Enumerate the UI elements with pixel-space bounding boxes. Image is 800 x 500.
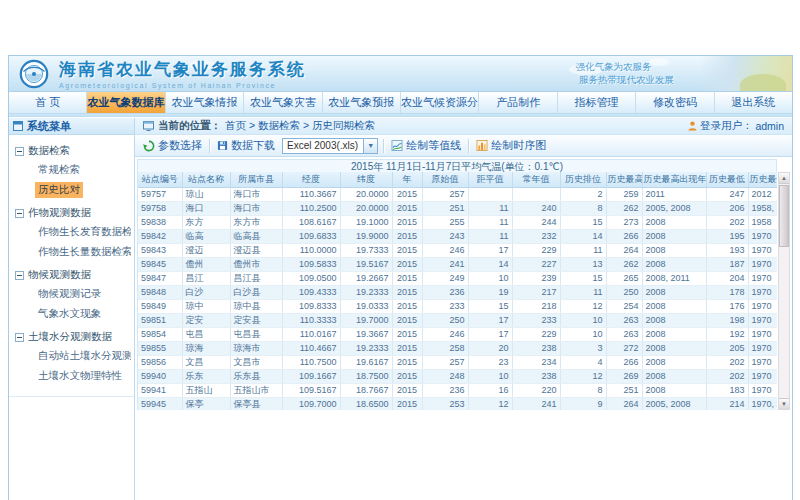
nav-tab-4[interactable]: 农业气象预报 bbox=[323, 92, 401, 113]
results-table: 站点编号站点名称所属市县经度纬度年原始值距平值常年值历史排位历史最高历史最高出现… bbox=[138, 172, 777, 410]
nav-tab-7[interactable]: 指标管理 bbox=[558, 92, 636, 113]
table-cell: 15 bbox=[468, 299, 512, 313]
collapse-icon[interactable] bbox=[15, 147, 24, 156]
chevron-down-icon[interactable]: ▼ bbox=[363, 139, 377, 153]
table-cell: 202 bbox=[706, 369, 748, 383]
table-cell: 19.2333 bbox=[340, 285, 392, 299]
table-cell: 236 bbox=[422, 383, 468, 397]
scroll-down-arrow[interactable]: ▼ bbox=[779, 398, 789, 409]
table-cell: 东方 bbox=[182, 215, 230, 229]
table-cell: 59842 bbox=[138, 229, 182, 243]
table-row: 59849琼中琼中县109.833319.0333201523315218122… bbox=[138, 299, 777, 313]
tree-item[interactable]: 作物生长发育数据检索 bbox=[35, 224, 131, 240]
table-cell: 250 bbox=[606, 285, 642, 299]
table-cell: 59848 bbox=[138, 285, 182, 299]
tree-item[interactable]: 土壤水文物理特性 bbox=[35, 368, 125, 384]
table-cell: 217 bbox=[512, 285, 560, 299]
table-cell: 琼海 bbox=[182, 341, 230, 355]
breadcrumb-label: 当前的位置： bbox=[158, 119, 221, 133]
tree-group[interactable]: 数据检索 bbox=[11, 144, 132, 158]
table-cell: 临高县 bbox=[230, 229, 282, 243]
draw-isoline-button[interactable]: 绘制等值线 bbox=[389, 138, 463, 153]
table-cell: 8 bbox=[560, 201, 606, 215]
export-format-value: Excel 2003(.xls) bbox=[287, 140, 358, 151]
table-cell: 2015 bbox=[392, 271, 422, 285]
table-cell: 2015 bbox=[392, 341, 422, 355]
table-cell: 17 bbox=[468, 313, 512, 327]
table-cell: 昌江县 bbox=[230, 271, 282, 285]
table-cell: 海口市 bbox=[230, 187, 282, 201]
tree-item[interactable]: 常规检索 bbox=[35, 162, 83, 178]
column-header: 所属市县 bbox=[230, 172, 282, 187]
nav-tab-6[interactable]: 产品制作 bbox=[479, 92, 557, 113]
nav-tab-2[interactable]: 农业气象情报 bbox=[166, 92, 244, 113]
table-cell: 2015 bbox=[392, 229, 422, 243]
table-cell: 10 bbox=[560, 327, 606, 341]
nav-tab-5[interactable]: 农业气候资源分析 bbox=[401, 92, 479, 113]
table-cell: 20 bbox=[468, 341, 512, 355]
table-cell: 2015 bbox=[392, 187, 422, 201]
table-cell: 2008, 2011 bbox=[642, 271, 706, 285]
table-cell: 109.7000 bbox=[282, 397, 340, 410]
param-select-button[interactable]: 参数选择 bbox=[141, 138, 204, 153]
tree-item[interactable]: 自动站土壤水分观测 bbox=[35, 348, 131, 364]
table-cell: 206 bbox=[706, 201, 748, 215]
table-cell: 琼中县 bbox=[230, 299, 282, 313]
nav-tab-1[interactable]: 农业气象数据库 bbox=[87, 92, 165, 113]
table-row: 59757琼山海口市110.366720.0000201525722592011… bbox=[138, 187, 777, 201]
table-cell: 202 bbox=[706, 215, 748, 229]
vertical-scrollbar[interactable]: ▲ ▼ bbox=[778, 172, 790, 410]
table-cell: 2 bbox=[560, 187, 606, 201]
tree-item[interactable]: 作物生长量数据检索 bbox=[35, 244, 131, 260]
tree-item[interactable]: 历史比对 bbox=[35, 182, 83, 198]
table-row: 59945保亭保亭县109.700018.6500201525312241926… bbox=[138, 397, 777, 410]
draw-timeseries-button[interactable]: 绘制时序图 bbox=[474, 138, 548, 153]
table-cell: 273 bbox=[606, 215, 642, 229]
table-cell: 屯昌县 bbox=[230, 327, 282, 341]
table-row: 59838东方东方市108.616719.1000201525511244152… bbox=[138, 215, 777, 229]
nav-tab-0[interactable]: 首 页 bbox=[9, 92, 87, 113]
user-icon bbox=[688, 121, 697, 131]
results-table-area: 2015年 11月1日-11月7日平均气温(单位：0.1℃) 站点编号站点名称所… bbox=[137, 159, 790, 500]
table-cell: 2008 bbox=[642, 215, 706, 229]
nav-tab-3[interactable]: 农业气象灾害 bbox=[244, 92, 322, 113]
tree-group[interactable]: 土壤水分观测数据 bbox=[11, 330, 132, 344]
table-header-row: 站点编号站点名称所属市县经度纬度年原始值距平值常年值历史排位历史最高历史最高出现… bbox=[138, 172, 777, 187]
table-cell: 琼中 bbox=[182, 299, 230, 313]
collapse-icon[interactable] bbox=[15, 209, 24, 218]
table-row: 59843澄迈澄迈县110.000019.7333201524617229112… bbox=[138, 243, 777, 257]
table-cell: 14 bbox=[560, 229, 606, 243]
collapse-icon[interactable] bbox=[15, 333, 24, 342]
table-cell: 238 bbox=[512, 369, 560, 383]
scroll-up-arrow[interactable]: ▲ bbox=[779, 173, 789, 184]
table-cell: 定安 bbox=[182, 313, 230, 327]
table-cell: 108.6167 bbox=[282, 215, 340, 229]
table-cell: 澄迈 bbox=[182, 243, 230, 257]
export-format-select[interactable]: Excel 2003(.xls) ▼ bbox=[282, 138, 378, 154]
table-cell: 2008 bbox=[642, 327, 706, 341]
nav-tab-8[interactable]: 修改密码 bbox=[636, 92, 714, 113]
nav-bar: 首 页农业气象数据库农业气象情报农业气象灾害农业气象预报农业气候资源分析产品制作… bbox=[9, 92, 792, 114]
data-download-button[interactable]: 数据下载 bbox=[215, 138, 277, 153]
table-cell: 248 bbox=[422, 369, 468, 383]
breadcrumb[interactable]: 首页 > 数据检索 > 历史同期检索 bbox=[225, 119, 375, 133]
nav-tab-9[interactable]: 退出系统 bbox=[715, 92, 792, 113]
tree-item[interactable]: 物候观测记录 bbox=[35, 286, 104, 302]
table-cell: 233 bbox=[512, 313, 560, 327]
table-cell: 白沙县 bbox=[230, 285, 282, 299]
tree-group[interactable]: 作物观测数据 bbox=[11, 206, 132, 220]
table-cell: 241 bbox=[512, 397, 560, 410]
table-cell: 59758 bbox=[138, 201, 182, 215]
table-cell: 2015 bbox=[392, 369, 422, 383]
scrollbar-thumb[interactable] bbox=[779, 185, 789, 247]
isoline-chart-icon bbox=[391, 140, 403, 151]
collapse-icon[interactable] bbox=[15, 271, 24, 280]
sidebar-header: 系统菜单 bbox=[9, 118, 134, 135]
tree-item[interactable]: 气象水文现象 bbox=[35, 306, 104, 322]
table-cell: 15 bbox=[560, 271, 606, 285]
tree-group[interactable]: 物候观测数据 bbox=[11, 268, 132, 282]
table-cell: 178 bbox=[706, 285, 748, 299]
table-cell: 59855 bbox=[138, 341, 182, 355]
tree-group-label: 数据检索 bbox=[28, 144, 70, 158]
table-row: 59851定安定安县110.333319.7000201525017233102… bbox=[138, 313, 777, 327]
